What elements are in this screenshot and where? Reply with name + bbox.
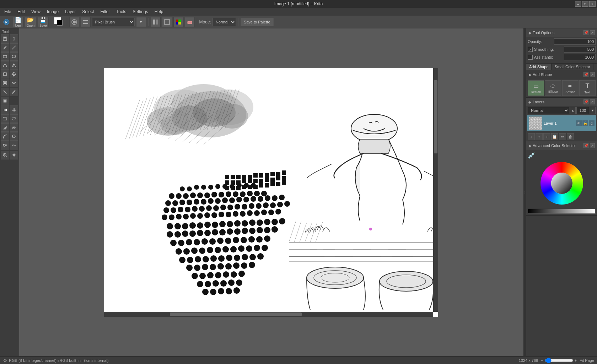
clone-tool[interactable] bbox=[1, 141, 9, 150]
zoom-tool[interactable] bbox=[1, 151, 9, 159]
window-controls[interactable]: – □ × bbox=[575, 1, 596, 7]
menu-image[interactable]: Image bbox=[44, 9, 61, 15]
brush-preset-btn[interactable] bbox=[69, 17, 79, 27]
layer-delete-btn[interactable]: 🗑 bbox=[567, 133, 574, 140]
layer-add-btn[interactable]: + bbox=[543, 133, 550, 140]
canvas-drawing[interactable] bbox=[104, 68, 438, 317]
brush-wrap-btn[interactable] bbox=[162, 17, 172, 27]
magnetic-select-tool[interactable] bbox=[10, 132, 18, 141]
selection-rect-tool[interactable] bbox=[1, 114, 9, 123]
menu-edit[interactable]: Edit bbox=[15, 9, 28, 15]
color-wheel-container[interactable] bbox=[540, 162, 583, 205]
bezier-tool[interactable] bbox=[1, 61, 9, 70]
move-tool[interactable] bbox=[10, 70, 18, 78]
zoom-slider[interactable] bbox=[545, 358, 573, 363]
menu-settings[interactable]: Settings bbox=[130, 9, 151, 15]
freehand-brush-tool[interactable] bbox=[1, 43, 9, 52]
layer-alpha-btn[interactable]: α bbox=[589, 120, 595, 126]
multibrush-tool[interactable] bbox=[10, 61, 18, 70]
contiguous-select-tool[interactable] bbox=[1, 123, 9, 132]
layer-move-up-btn[interactable]: ↑ bbox=[536, 133, 543, 140]
maximize-button[interactable]: □ bbox=[582, 1, 588, 7]
menu-layer[interactable]: Layer bbox=[62, 9, 79, 15]
layer-move-down-btn[interactable]: ↓ bbox=[528, 133, 535, 140]
brush-select[interactable]: Pixel Brush bbox=[92, 18, 135, 26]
smart-patch-tool[interactable] bbox=[1, 97, 9, 105]
layer-edit-btn[interactable]: ✏ bbox=[559, 133, 566, 140]
rectangle-shape-btn[interactable]: ▭ Rectan bbox=[528, 80, 544, 96]
mode-select[interactable]: Normal bbox=[213, 18, 236, 26]
layer-lock-btn[interactable]: 🔒 bbox=[582, 120, 588, 126]
h-scroll-thumb[interactable] bbox=[170, 313, 301, 316]
layer-opacity-down[interactable]: ▼ bbox=[590, 107, 596, 114]
similar-select-tool[interactable] bbox=[10, 123, 18, 132]
small-color-selector-tab[interactable]: Small Color Selector bbox=[552, 64, 593, 70]
color-selector-header[interactable]: ◆ Advanced Color Selector 📌 ↗ bbox=[526, 141, 597, 150]
color-gradient-bar[interactable] bbox=[528, 209, 596, 214]
menu-tools[interactable]: Tools bbox=[113, 9, 129, 15]
artistic-shape-btn[interactable]: ✒ Artistic bbox=[562, 80, 579, 96]
zoom-label[interactable]: Fit Page bbox=[580, 358, 594, 363]
brush-options-btn[interactable]: ▼ bbox=[136, 17, 146, 27]
close-button[interactable]: × bbox=[589, 1, 596, 7]
rect-tool[interactable] bbox=[1, 52, 9, 61]
new-button[interactable]: 📄 New bbox=[13, 17, 23, 27]
smoothing-value[interactable]: 500 bbox=[564, 46, 596, 53]
assistants-value[interactable]: 1000 bbox=[564, 54, 596, 60]
assistants-checkbox[interactable] bbox=[528, 55, 533, 60]
menu-filter[interactable]: Filter bbox=[98, 9, 113, 15]
layers-float[interactable]: ↗ bbox=[590, 99, 595, 104]
brush-settings-btn[interactable] bbox=[81, 17, 91, 27]
color-swatches[interactable] bbox=[53, 16, 65, 28]
open-button[interactable]: 📂 Open bbox=[25, 17, 36, 27]
add-shape-float[interactable]: ↗ bbox=[590, 72, 595, 77]
color-wheel-inner[interactable] bbox=[551, 173, 572, 194]
smudge-tool[interactable] bbox=[10, 141, 18, 150]
ellipse-tool[interactable] bbox=[10, 52, 18, 61]
save-button[interactable]: 💾 Save bbox=[38, 17, 49, 27]
horizontal-scrollbar[interactable] bbox=[104, 312, 433, 317]
layer-opacity-input[interactable] bbox=[576, 107, 589, 114]
selection-ellipse-tool[interactable] bbox=[10, 114, 18, 123]
brush-color-history[interactable] bbox=[173, 17, 183, 27]
select-shape-tool[interactable] bbox=[1, 34, 9, 43]
color-selector-float[interactable]: ↗ bbox=[590, 143, 595, 148]
panel-collapse-handle[interactable]: ⋮ bbox=[523, 28, 526, 356]
tool-options-header[interactable]: ◆ Tool Options 📌 ↗ bbox=[526, 28, 597, 37]
layers-pin[interactable]: 📌 bbox=[583, 99, 588, 104]
zoom-out-btn[interactable]: − bbox=[541, 358, 543, 363]
v-scroll-thumb[interactable] bbox=[434, 80, 437, 153]
layer-copy-btn[interactable]: 📋 bbox=[551, 133, 558, 140]
brush-mirror-btn[interactable] bbox=[151, 17, 161, 27]
ellipse-shape-btn[interactable]: ⬭ Ellipse bbox=[545, 80, 561, 96]
vertical-scrollbar[interactable] bbox=[433, 68, 438, 312]
fill-tool[interactable] bbox=[1, 88, 9, 96]
menu-view[interactable]: View bbox=[28, 9, 43, 15]
color-pick-btn[interactable]: 💉 bbox=[528, 151, 536, 159]
pan-tool[interactable] bbox=[10, 151, 18, 159]
smoothing-checkbox[interactable] bbox=[528, 47, 533, 52]
layer-mode-select[interactable]: Normal bbox=[528, 107, 569, 114]
menu-file[interactable]: File bbox=[1, 9, 14, 15]
paint-select-tool[interactable] bbox=[1, 132, 9, 141]
crop-tool[interactable] bbox=[1, 70, 9, 78]
tool-options-pin[interactable]: 📌 bbox=[583, 30, 588, 35]
deform-tool[interactable] bbox=[10, 79, 18, 87]
text-shape-btn[interactable]: T Text bbox=[579, 80, 596, 96]
layers-header[interactable]: ◆ Layers 📌 ↗ bbox=[526, 98, 597, 106]
line-tool[interactable] bbox=[10, 43, 18, 52]
layer-visible-btn[interactable]: 👁 bbox=[576, 120, 582, 126]
add-shape-tab[interactable]: Add Shape bbox=[526, 64, 552, 70]
background-color-swatch[interactable] bbox=[57, 20, 63, 26]
minimize-button[interactable]: – bbox=[575, 1, 581, 7]
transform-tool[interactable] bbox=[1, 79, 9, 87]
save-palette-button[interactable]: Save to Palette bbox=[241, 18, 274, 26]
settings-icon[interactable]: ⚙ bbox=[3, 358, 7, 363]
zoom-in-btn[interactable]: + bbox=[575, 358, 577, 363]
menu-help[interactable]: Help bbox=[152, 9, 166, 15]
add-shape-pin[interactable]: 📌 bbox=[583, 72, 588, 77]
menu-select[interactable]: Select bbox=[79, 9, 97, 15]
canvas-area[interactable] bbox=[19, 28, 523, 356]
freehand-select-tool[interactable] bbox=[10, 34, 18, 43]
color-selector-pin[interactable]: 📌 bbox=[583, 143, 588, 148]
